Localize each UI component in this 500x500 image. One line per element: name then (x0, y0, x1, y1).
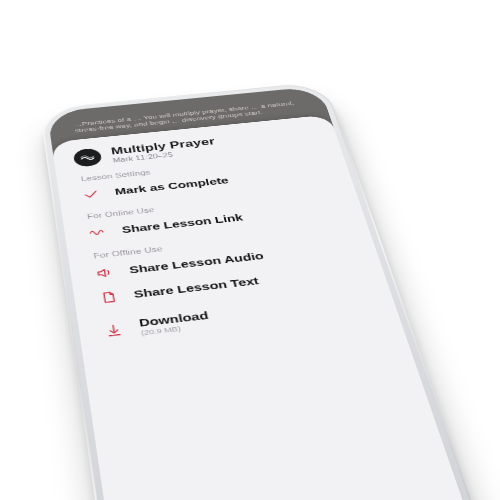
download-size: (20.9 MB) (140, 322, 211, 337)
share-text-label: Share Lesson Text (133, 275, 260, 300)
download-icon (103, 322, 125, 337)
lesson-logo-icon (73, 148, 103, 168)
mark-complete-label: Mark as Complete (114, 175, 230, 196)
share-link-label: Share Lesson Link (121, 212, 244, 235)
check-icon (81, 188, 101, 201)
wave-icon (87, 226, 108, 239)
close-button[interactable]: Close (109, 491, 464, 500)
lesson-actions-sheet: Multiply Prayer Mark 11:20–25 Lesson Set… (51, 115, 487, 500)
speaker-icon (94, 266, 115, 280)
download-label: Download (138, 310, 209, 329)
document-icon (97, 290, 119, 305)
